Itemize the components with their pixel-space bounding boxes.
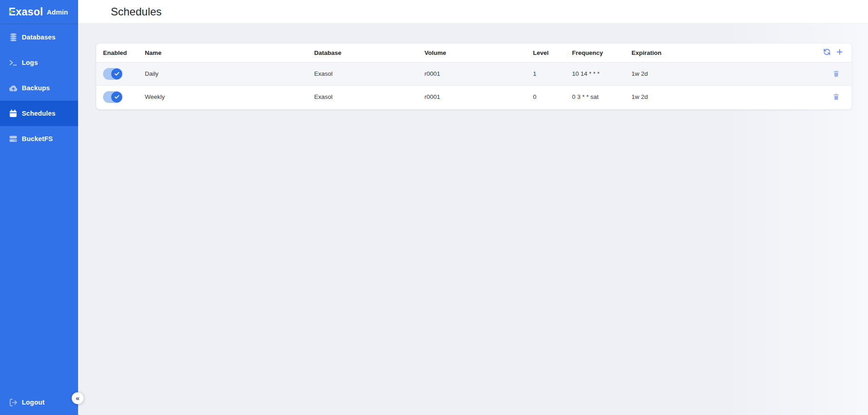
column-header-expiration: Expiration xyxy=(631,44,704,62)
cloud-upload-icon xyxy=(8,83,18,93)
sidebar-item-label: Databases xyxy=(22,34,55,41)
database-cell: Exasol xyxy=(314,85,424,108)
page-title: Schedules xyxy=(111,5,162,18)
volume-cell: r0001 xyxy=(424,62,533,85)
actions-cell xyxy=(704,62,852,85)
expiration-cell: 1w 2d xyxy=(631,62,704,85)
name-cell: Daily xyxy=(145,62,314,85)
sidebar-collapse-button[interactable]: « xyxy=(72,392,84,404)
logout-icon xyxy=(8,398,18,407)
enabled-toggle[interactable] xyxy=(103,91,123,103)
schedules-table-card: Enabled Name Database Volume Level Frequ… xyxy=(96,44,852,109)
column-header-level: Level xyxy=(533,44,572,62)
sidebar-item-label: Schedules xyxy=(22,110,55,117)
column-header-name: Name xyxy=(145,44,314,62)
sidebar-item-label: Logs xyxy=(22,59,38,66)
check-icon xyxy=(111,92,122,103)
logout-label: Logout xyxy=(22,399,44,406)
brand-logo: Exasol Admin xyxy=(0,0,78,24)
schedules-table: Enabled Name Database Volume Level Frequ… xyxy=(96,44,852,108)
sidebar-item-label: Backups xyxy=(22,84,50,92)
sidebar-item-logs[interactable]: Logs xyxy=(0,50,78,75)
add-schedule-button[interactable] xyxy=(836,48,843,56)
delete-schedule-button[interactable] xyxy=(833,93,840,101)
column-header-database: Database xyxy=(314,44,424,62)
topbar: Schedules xyxy=(78,0,868,24)
brand-name: Exasol xyxy=(9,6,43,18)
volume-cell: r0001 xyxy=(424,85,533,108)
main-content: Schedules Enabled Name Database Volume L… xyxy=(78,0,868,415)
schedule-row-daily: Daily Exasol r0001 1 10 14 * * * 1w 2d xyxy=(96,62,852,85)
schedule-row-weekly: Weekly Exasol r0001 0 0 3 * * sat 1w 2d xyxy=(96,85,852,108)
table-header-row: Enabled Name Database Volume Level Frequ… xyxy=(96,44,852,62)
database-icon xyxy=(8,33,18,42)
sidebar-item-backups[interactable]: Backups xyxy=(0,75,78,101)
sidebar-item-databases[interactable]: Databases xyxy=(0,24,78,50)
brand-initial: E xyxy=(9,6,16,18)
table-toolbar xyxy=(704,44,852,62)
terminal-icon xyxy=(8,58,18,67)
enabled-cell xyxy=(96,85,145,108)
level-cell: 1 xyxy=(533,62,572,85)
trash-icon xyxy=(833,70,840,78)
column-header-frequency: Frequency xyxy=(572,44,631,62)
trash-icon xyxy=(833,93,840,101)
refresh-icon xyxy=(823,48,831,56)
database-cell: Exasol xyxy=(314,62,424,85)
sidebar-item-bucketfs[interactable]: BucketFS xyxy=(0,126,78,151)
actions-cell xyxy=(704,85,852,108)
sidebar: Exasol Admin Databases Logs xyxy=(0,0,78,415)
delete-schedule-button[interactable] xyxy=(833,70,840,78)
enabled-toggle[interactable] xyxy=(103,68,123,80)
sidebar-item-schedules[interactable]: Schedules xyxy=(0,101,78,126)
brand-rest: xasol xyxy=(16,6,43,18)
sidebar-footer: Logout xyxy=(0,390,78,415)
check-icon xyxy=(111,68,122,79)
enabled-cell xyxy=(96,62,145,85)
column-header-volume: Volume xyxy=(424,44,533,62)
sidebar-item-label: BucketFS xyxy=(22,135,53,142)
frequency-cell: 0 3 * * sat xyxy=(572,85,631,108)
level-cell: 0 xyxy=(533,85,572,108)
plus-icon xyxy=(836,48,843,56)
brand-suffix: Admin xyxy=(47,8,68,16)
name-cell: Weekly xyxy=(145,85,314,108)
expiration-cell: 1w 2d xyxy=(631,85,704,108)
sidebar-nav: Databases Logs Backup xyxy=(0,24,78,151)
frequency-cell: 10 14 * * * xyxy=(572,62,631,85)
server-icon xyxy=(8,134,18,143)
refresh-button[interactable] xyxy=(823,48,831,56)
chevrons-left-icon: « xyxy=(76,395,79,401)
column-header-enabled: Enabled xyxy=(96,44,145,62)
logout-button[interactable]: Logout xyxy=(0,390,78,415)
calendar-icon xyxy=(8,109,18,118)
